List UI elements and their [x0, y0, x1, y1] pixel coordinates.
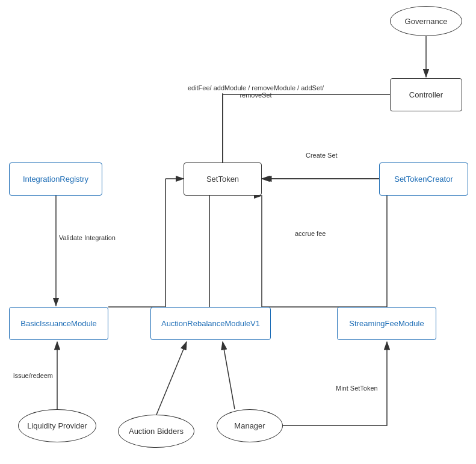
basicissuancemodule-node: BasicIssuanceModule: [9, 307, 108, 340]
manager-node: Manager: [217, 409, 283, 442]
auctionbidders-node: Auction Bidders: [118, 415, 194, 448]
controller-label: Controller: [409, 90, 443, 99]
settoken-node: SetToken: [184, 162, 262, 196]
liquidityprovider-node: Liquidity Provider: [18, 409, 96, 442]
svg-line-11: [156, 342, 187, 415]
svg-line-12: [223, 342, 235, 409]
auctionbidders-label: Auction Bidders: [129, 427, 184, 436]
manager-label: Manager: [234, 421, 265, 430]
architecture-diagram: Governance Controller SetToken SetTokenC…: [0, 0, 476, 464]
streamingfeemodule-label: StreamingFeeModule: [349, 319, 424, 328]
controller-node: Controller: [390, 78, 462, 111]
integrationregistry-node: IntegrationRegistry: [9, 162, 102, 196]
liquidityprovider-label: Liquidity Provider: [27, 421, 87, 430]
streamingfeemodule-node: StreamingFeeModule: [337, 307, 436, 340]
auctionrebalancemodule-node: AuctionRebalanceModuleV1: [150, 307, 271, 340]
basicissuancemodule-label: BasicIssuanceModule: [20, 319, 96, 328]
governance-label: Governance: [405, 17, 448, 26]
accrue-fee-label: accrue fee: [295, 230, 326, 237]
settoken-label: SetToken: [206, 175, 239, 184]
governance-node: Governance: [390, 6, 462, 36]
integrationregistry-label: IntegrationRegistry: [23, 175, 88, 184]
auctionrebalancemodule-label: AuctionRebalanceModuleV1: [161, 319, 260, 328]
ctrl-settoken-label: editFee/ addModule / removeModule / addS…: [187, 84, 325, 99]
settokencreator-node: SetTokenCreator: [379, 162, 468, 196]
mint-settoken-label: Mint SetToken: [336, 384, 378, 393]
validate-integration-label: Validate Integration: [59, 234, 116, 243]
settokencreator-label: SetTokenCreator: [394, 175, 453, 184]
create-set-label: Create Set: [306, 152, 338, 159]
issue-redeem-label: issue/redeem: [13, 372, 53, 379]
